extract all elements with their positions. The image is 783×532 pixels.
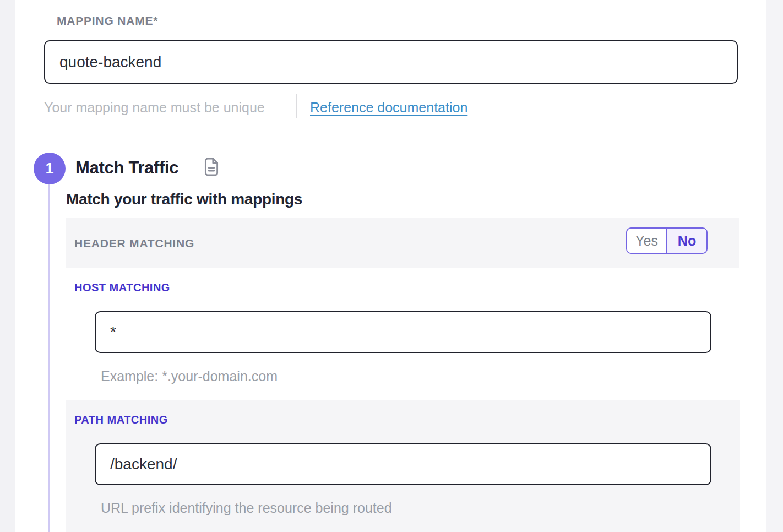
header-matching-toggle: Yes No: [626, 227, 708, 254]
step-1-number: 1: [45, 160, 53, 177]
step-1-title: Match Traffic: [75, 158, 178, 178]
header-matching-yes-button[interactable]: Yes: [627, 229, 666, 253]
mapping-form-page: MAPPING NAME* Your mapping name must be …: [0, 0, 783, 532]
mapping-name-helper: Your mapping name must be unique: [44, 100, 265, 116]
path-matching-input[interactable]: [95, 443, 711, 485]
mapping-name-label: MAPPING NAME*: [57, 14, 158, 28]
left-page-gutter: [0, 0, 15, 532]
path-matching-label: PATH MATCHING: [74, 414, 168, 426]
step-1-subtitle: Match your traffic with mappings: [66, 191, 302, 208]
mapping-name-input[interactable]: [44, 40, 738, 84]
document-icon[interactable]: [202, 156, 221, 177]
top-divider: [35, 2, 750, 2]
step-1-badge: 1: [34, 153, 66, 184]
reference-documentation-link[interactable]: Reference documentation: [310, 100, 467, 116]
step-connector-line: [48, 184, 50, 532]
host-matching-label: HOST MATCHING: [74, 281, 170, 294]
path-matching-helper: URL prefix identifying the resource bein…: [101, 500, 392, 516]
header-matching-label: HEADER MATCHING: [74, 237, 194, 250]
helper-divider: [296, 94, 297, 118]
host-matching-input[interactable]: [95, 311, 711, 353]
host-matching-helper: Example: *.your-domain.com: [101, 368, 278, 384]
right-page-gutter: [766, 0, 783, 532]
header-matching-no-button[interactable]: No: [666, 229, 706, 253]
